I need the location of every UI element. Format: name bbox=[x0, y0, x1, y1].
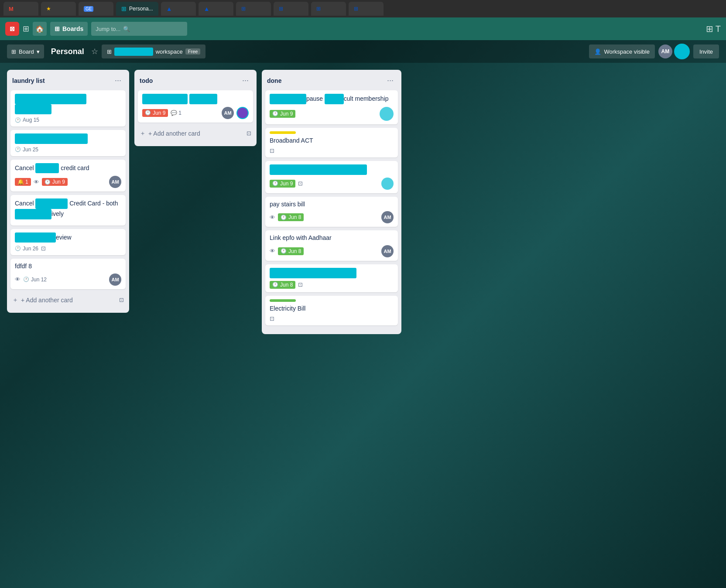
card-ll-5-meta: 🕐 Jun 26 ⊡ bbox=[15, 245, 121, 252]
card-todo-1-title bbox=[142, 94, 249, 104]
tab-trello-4[interactable]: ⊞ bbox=[349, 2, 384, 16]
board-icon: ⊞ bbox=[11, 48, 16, 55]
card-todo-1-meta: 🕐 Jun 9 💬 1 AM bbox=[142, 107, 249, 119]
card-ll-4-blurred bbox=[35, 198, 68, 209]
template-icon-laundry: ⊡ bbox=[119, 297, 124, 303]
done-header: done ··· bbox=[265, 75, 398, 86]
card-done-7[interactable]: Electricity Bill ⊡ bbox=[265, 296, 398, 326]
copy-icon-d3: ⊡ bbox=[298, 180, 303, 187]
card-ll-6-date-text: Jun 12 bbox=[31, 277, 47, 283]
done-menu-button[interactable]: ··· bbox=[384, 75, 396, 86]
search-bar[interactable]: Jump to... 🔍 bbox=[91, 22, 187, 36]
boards-icon: ⊞ bbox=[55, 25, 60, 32]
card-ll-5-date: 🕐 Jun 26 bbox=[15, 246, 38, 252]
tab-trello-3[interactable]: ⊞ bbox=[311, 2, 346, 16]
card-done-4-meta: 👁 🕐 Jun 8 AM bbox=[270, 211, 394, 223]
card-done-3-title bbox=[270, 164, 394, 175]
tab-ge[interactable]: GE bbox=[79, 2, 113, 16]
card-ll-2-blurred bbox=[15, 133, 88, 144]
card-todo-1-date: 🕐 Jun 9 bbox=[142, 109, 168, 117]
tab-atlassian-2[interactable]: ▲ bbox=[199, 2, 233, 16]
workspace-visible-button[interactable]: 👤 Workspace visible bbox=[589, 44, 655, 58]
card-ll-3-date: 🕐 Jun 9 bbox=[42, 178, 68, 186]
workspace-selector[interactable]: ⊞ workspace Free bbox=[102, 44, 206, 58]
tab-gmail[interactable]: M bbox=[3, 2, 38, 16]
card-ll-1-meta: 🕐 Aug 15 bbox=[15, 117, 121, 123]
board-view-button[interactable]: ⊞ Board ▾ bbox=[7, 44, 44, 58]
comment-count: 1 bbox=[178, 110, 182, 116]
card-ll-6-date: 🕐 Jun 12 bbox=[23, 277, 47, 283]
card-done-3[interactable]: 🕐 Jun 9 ⊡ bbox=[265, 161, 398, 193]
card-done-1[interactable]: pause cult membership 🕐 Jun 9 bbox=[265, 90, 398, 124]
boards-button[interactable]: ⊞ Boards bbox=[50, 22, 88, 36]
card-done-1-date-text: Jun 9 bbox=[280, 111, 293, 117]
clock-icon-5: 🕐 bbox=[15, 246, 21, 251]
card-done-6[interactable]: 🕐 Jun 8 ⊡ bbox=[265, 264, 398, 292]
plus-icon-laundry: ＋ bbox=[12, 296, 18, 304]
search-placeholder: Jump to... bbox=[96, 26, 120, 32]
board-header: ⊞ Board ▾ Personal ☆ ⊞ workspace Free 👤 … bbox=[0, 40, 726, 63]
card-ll-4-title: Cancel Credit Card - both ively bbox=[15, 198, 121, 219]
grid-icon[interactable]: ⊞ bbox=[23, 24, 29, 34]
copy-icon-d7: ⊡ bbox=[270, 315, 274, 322]
card-todo-blurred2 bbox=[189, 94, 217, 104]
avatar-ll-3: AM bbox=[109, 176, 121, 188]
card-done-4-title: pay stairs bill bbox=[270, 200, 394, 209]
add-card-label-laundry: + Add another card bbox=[21, 297, 73, 304]
done-title: done bbox=[267, 77, 281, 84]
card-done-6-title bbox=[270, 268, 394, 278]
column-laundry-list: laundry list ··· 🕐 Aug 15 bbox=[7, 70, 129, 313]
clock-icon-d4: 🕐 bbox=[281, 215, 287, 220]
label-bar-yellow bbox=[270, 131, 296, 134]
comment-badge-todo: 💬 1 bbox=[171, 110, 182, 116]
card-ll-2[interactable]: 🕐 Jun 25 bbox=[10, 130, 126, 156]
copy-icon-d2: ⊡ bbox=[270, 147, 274, 154]
avatar-cyan[interactable] bbox=[674, 44, 690, 59]
star-button[interactable]: ☆ bbox=[91, 47, 98, 56]
tab-trello-1[interactable]: ⊞ bbox=[236, 2, 271, 16]
card-todo-1-date-text: Jun 9 bbox=[153, 110, 165, 116]
tab-atlassian-1[interactable]: ▲ bbox=[161, 2, 196, 16]
card-ll-1-blurred2 bbox=[15, 104, 51, 115]
board-title: Personal bbox=[48, 47, 88, 56]
laundry-list-menu-button[interactable]: ··· bbox=[112, 75, 124, 86]
card-done-2-meta: ⊡ bbox=[270, 147, 394, 154]
avatar-am[interactable]: AM bbox=[658, 44, 672, 58]
card-ll-3-meta: 🔔 1 👁 🕐 Jun 9 AM bbox=[15, 176, 121, 188]
avatar-done-1-blue bbox=[380, 107, 394, 121]
avatar-done-5: AM bbox=[381, 245, 394, 257]
tab-persona[interactable]: ⊞ Persona... bbox=[116, 2, 158, 16]
add-card-laundry-list[interactable]: ＋ + Add another card ⊡ bbox=[10, 293, 126, 308]
card-ll-5[interactable]: eview 🕐 Jun 26 ⊡ bbox=[10, 229, 126, 256]
tab-trello-2[interactable]: ⊞ bbox=[274, 2, 308, 16]
add-card-todo[interactable]: ＋ + Add another card ⊡ bbox=[138, 126, 253, 141]
invite-label: Invite bbox=[699, 48, 713, 55]
card-done-6-date-text: Jun 8 bbox=[280, 282, 293, 288]
tab-star[interactable]: ★ bbox=[41, 2, 76, 16]
card-done-3-date: 🕐 Jun 9 bbox=[270, 180, 295, 188]
card-done-2-title: Broadband ACT bbox=[270, 137, 394, 145]
trello-logo-right: ⊞ T bbox=[706, 24, 721, 34]
card-ll-5-title: eview bbox=[15, 232, 121, 243]
card-ll-1-blurred bbox=[15, 94, 86, 104]
card-ll-3[interactable]: Cancel credit card 🔔 1 👁 🕐 Jun 9 AM bbox=[10, 160, 126, 192]
card-done-4[interactable]: pay stairs bill 👁 🕐 Jun 8 AM bbox=[265, 197, 398, 227]
card-ll-6[interactable]: fdfdf 8 👁 🕐 Jun 12 AM bbox=[10, 259, 126, 289]
home-button[interactable]: 🏠 bbox=[33, 22, 47, 36]
clock-icon-d3: 🕐 bbox=[272, 181, 278, 186]
avatar-done-3-blue bbox=[381, 178, 394, 190]
card-todo-1[interactable]: 🕐 Jun 9 💬 1 AM bbox=[138, 90, 253, 123]
clock-icon-3: 🕐 bbox=[45, 179, 51, 185]
card-done-1-blurred2 bbox=[325, 94, 344, 104]
card-done-2[interactable]: Broadband ACT ⊡ bbox=[265, 128, 398, 158]
card-ll-1-title bbox=[15, 94, 121, 114]
card-done-5[interactable]: Link epfo with Aadhaar 👁 🕐 Jun 8 AM bbox=[265, 230, 398, 261]
card-ll-1[interactable]: 🕐 Aug 15 bbox=[10, 90, 126, 126]
card-done-7-title: Electricity Bill bbox=[270, 304, 394, 313]
todo-menu-button[interactable]: ··· bbox=[240, 75, 251, 86]
card-ll-4[interactable]: Cancel Credit Card - both ively bbox=[10, 195, 126, 225]
chevron-down-icon: ▾ bbox=[37, 48, 40, 55]
invite-button[interactable]: Invite bbox=[693, 44, 719, 58]
card-ll-2-meta: 🕐 Jun 25 bbox=[15, 147, 121, 153]
browser-tab-bar: M ★ GE ⊞ Persona... ▲ ▲ ⊞ ⊞ ⊞ ⊞ bbox=[0, 0, 726, 17]
